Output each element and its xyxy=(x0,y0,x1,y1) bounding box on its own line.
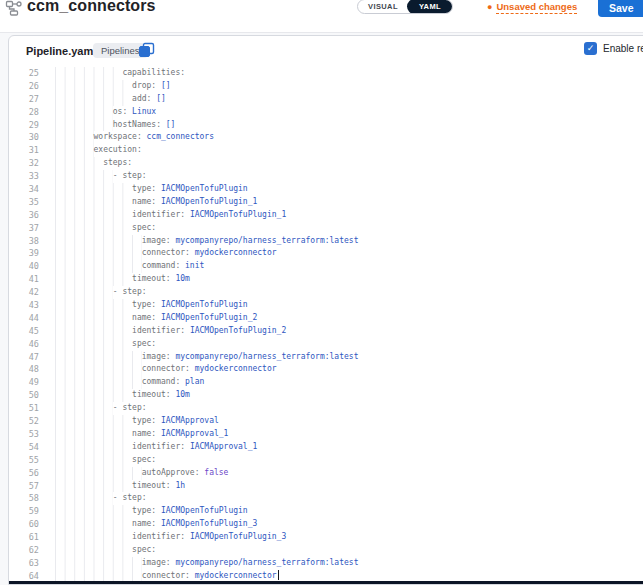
code-line[interactable]: 58- step: xyxy=(9,492,643,505)
editor-toolbar: Pipeline.yaml Pipelines ✓ Enable read/ xyxy=(9,36,643,67)
line-number: 32 xyxy=(9,157,39,170)
code-text: image: mycompanyrepo/harness_terraform:l… xyxy=(39,351,358,364)
code-line[interactable]: 51- step: xyxy=(9,402,643,415)
code-line[interactable]: 36identifier: IACMOpenTofuPlugin_1 xyxy=(9,209,643,222)
code-line[interactable]: 44name: IACMOpenTofuPlugin_2 xyxy=(9,312,643,325)
enable-read-checkbox[interactable]: ✓ xyxy=(584,42,597,55)
toggle-visual[interactable]: VISUAL xyxy=(358,0,408,13)
line-number: 38 xyxy=(9,235,39,248)
line-number: 55 xyxy=(9,454,39,467)
line-number: 41 xyxy=(9,273,39,286)
code-line[interactable]: 35name: IACMOpenTofuPlugin_1 xyxy=(9,196,643,209)
code-line[interactable]: 57timeout: 1h xyxy=(9,480,643,493)
code-line[interactable]: 46spec: xyxy=(9,338,643,351)
save-button[interactable]: Save xyxy=(598,0,643,14)
yaml-editor-panel: Pipeline.yaml Pipelines ✓ Enable read/ 2… xyxy=(8,35,643,585)
code-line[interactable]: 39connector: mydockerconnector xyxy=(9,247,643,260)
line-number: 43 xyxy=(9,299,39,312)
code-line[interactable]: 40command: init xyxy=(9,260,643,273)
yaml-code-editor[interactable]: 25capabilities:26drop: []27add: []28os: … xyxy=(9,67,643,583)
code-line[interactable]: 48connector: mydockerconnector xyxy=(9,363,643,376)
copy-icon[interactable] xyxy=(138,42,155,59)
line-number: 36 xyxy=(9,209,39,222)
code-line[interactable]: 55spec: xyxy=(9,454,643,467)
code-line[interactable]: 37spec: xyxy=(9,222,643,235)
line-number: 30 xyxy=(9,131,39,144)
code-text: capabilities: xyxy=(39,67,185,80)
line-number: 54 xyxy=(9,441,39,454)
line-number: 33 xyxy=(9,170,39,183)
code-text: timeout: 1h xyxy=(39,480,185,493)
code-text: name: IACMOpenTofuPlugin_1 xyxy=(39,196,257,209)
code-line[interactable]: 61identifier: IACMOpenTofuPlugin_3 xyxy=(9,531,643,544)
line-number: 25 xyxy=(9,67,39,80)
code-text: - step: xyxy=(39,402,147,415)
code-line[interactable]: 56autoApprove: false xyxy=(9,467,643,480)
code-lines: 25capabilities:26drop: []27add: []28os: … xyxy=(9,67,643,583)
code-line[interactable]: 34type: IACMOpenTofuPlugin xyxy=(9,183,643,196)
code-line[interactable]: 42- step: xyxy=(9,286,643,299)
code-line[interactable]: 41timeout: 10m xyxy=(9,273,643,286)
code-text: name: IACMApproval_1 xyxy=(39,428,228,441)
code-line[interactable]: 32steps: xyxy=(9,157,643,170)
line-number: 59 xyxy=(9,505,39,518)
line-number: 56 xyxy=(9,467,39,480)
code-text: drop: [] xyxy=(39,80,171,93)
code-text: timeout: 10m xyxy=(39,273,190,286)
code-line[interactable]: 29hostNames: [] xyxy=(9,119,643,132)
code-line[interactable]: 43type: IACMOpenTofuPlugin xyxy=(9,299,643,312)
code-text: identifier: IACMOpenTofuPlugin_2 xyxy=(39,325,286,338)
line-number: 63 xyxy=(9,557,39,570)
code-line[interactable]: 59type: IACMOpenTofuPlugin xyxy=(9,505,643,518)
unsaved-changes-link[interactable]: ● Unsaved changes xyxy=(487,1,577,14)
code-text: type: IACMApproval xyxy=(39,415,219,428)
code-text: workspace: ccm_connectors xyxy=(39,131,214,144)
line-number: 48 xyxy=(9,363,39,376)
line-number: 34 xyxy=(9,183,39,196)
line-number: 53 xyxy=(9,428,39,441)
file-name: Pipeline.yaml xyxy=(26,45,96,57)
code-line[interactable]: 38image: mycompanyrepo/harness_terraform… xyxy=(9,235,643,248)
code-line[interactable]: 27add: [] xyxy=(9,93,643,106)
code-line[interactable]: 30workspace: ccm_connectors xyxy=(9,131,643,144)
text-cursor xyxy=(278,570,280,580)
code-line[interactable]: 31execution: xyxy=(9,144,643,157)
code-line[interactable]: 26drop: [] xyxy=(9,80,643,93)
code-text: spec: xyxy=(39,222,156,235)
code-line[interactable]: 54identifier: IACMApproval_1 xyxy=(9,441,643,454)
code-line[interactable]: 25capabilities: xyxy=(9,67,643,80)
code-text: type: IACMOpenTofuPlugin xyxy=(39,505,248,518)
line-number: 46 xyxy=(9,338,39,351)
code-line[interactable]: 47image: mycompanyrepo/harness_terraform… xyxy=(9,351,643,364)
code-text: spec: xyxy=(39,544,156,557)
line-number: 51 xyxy=(9,402,39,415)
line-number: 31 xyxy=(9,144,39,157)
code-line[interactable]: 53name: IACMApproval_1 xyxy=(9,428,643,441)
code-line[interactable]: 28os: Linux xyxy=(9,106,643,119)
line-number: 50 xyxy=(9,389,39,402)
code-line[interactable]: 60name: IACMOpenTofuPlugin_3 xyxy=(9,518,643,531)
code-text: image: mycompanyrepo/harness_terraform:l… xyxy=(39,235,358,248)
code-text: timeout: 10m xyxy=(39,389,190,402)
code-text: name: IACMOpenTofuPlugin_2 xyxy=(39,312,257,325)
line-number: 39 xyxy=(9,247,39,260)
line-number: 44 xyxy=(9,312,39,325)
code-text: type: IACMOpenTofuPlugin xyxy=(39,183,248,196)
code-line[interactable]: 63image: mycompanyrepo/harness_terraform… xyxy=(9,557,643,570)
code-text: execution: xyxy=(39,144,142,157)
code-line[interactable]: 52type: IACMApproval xyxy=(9,415,643,428)
code-line[interactable]: 62spec: xyxy=(9,544,643,557)
code-line[interactable]: 49command: plan xyxy=(9,376,643,389)
line-number: 49 xyxy=(9,376,39,389)
toggle-yaml[interactable]: YAML xyxy=(407,0,453,14)
code-line[interactable]: 45identifier: IACMOpenTofuPlugin_2 xyxy=(9,325,643,338)
save-split-button[interactable]: Save xyxy=(598,0,643,17)
code-text: - step: xyxy=(39,492,147,505)
visual-yaml-toggle[interactable]: VISUAL YAML xyxy=(357,0,453,14)
line-number: 52 xyxy=(9,415,39,428)
enable-read-control[interactable]: ✓ Enable read/ xyxy=(584,42,643,55)
code-line[interactable]: 33- step: xyxy=(9,170,643,183)
code-line[interactable]: 50timeout: 10m xyxy=(9,389,643,402)
line-number: 27 xyxy=(9,93,39,106)
unsaved-changes-label[interactable]: Unsaved changes xyxy=(496,1,577,14)
